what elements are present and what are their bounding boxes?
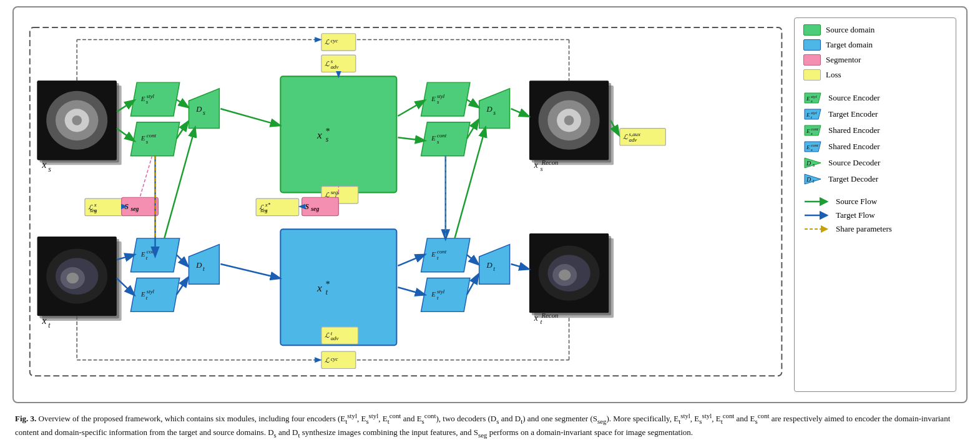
svg-text:D: D bbox=[486, 105, 492, 114]
svg-text:x: x bbox=[316, 129, 322, 141]
svg-text:styl: styl bbox=[437, 288, 445, 295]
legend: Source domain Target domain Segmentor Lo… bbox=[794, 17, 956, 392]
svg-marker-36 bbox=[189, 89, 219, 129]
share-params-arrow bbox=[803, 225, 831, 233]
svg-line-165 bbox=[140, 156, 152, 198]
legend-source-flow: Source Flow bbox=[803, 197, 947, 207]
svg-line-150 bbox=[511, 264, 528, 269]
target-flow-arrow bbox=[803, 211, 831, 220]
svg-text:s: s bbox=[811, 99, 813, 104]
legend-source-domain-label: Source domain bbox=[826, 25, 875, 35]
svg-text:E: E bbox=[806, 95, 810, 102]
source-flow-arrow bbox=[803, 197, 831, 206]
svg-text:Recon: Recon bbox=[541, 311, 559, 319]
svg-marker-59 bbox=[421, 278, 470, 312]
main-container: x s x t E styl s bbox=[12, 6, 968, 440]
svg-text:ℒ: ℒ bbox=[325, 60, 330, 67]
svg-line-136 bbox=[398, 137, 424, 140]
svg-text:S: S bbox=[305, 203, 310, 211]
legend-source-encoder: E styl s Source Encoder bbox=[803, 92, 947, 104]
svg-marker-32 bbox=[130, 278, 179, 312]
svg-text:E: E bbox=[431, 95, 436, 102]
legend-shared-encoder-s-label: Shared Encoder bbox=[828, 125, 880, 135]
legend-target-domain-box bbox=[803, 39, 821, 51]
figure-caption: Fig. 3. Overview of the proposed framewo… bbox=[12, 411, 968, 440]
svg-line-134 bbox=[220, 109, 279, 125]
svg-text:s: s bbox=[437, 99, 439, 105]
svg-marker-20 bbox=[130, 82, 179, 116]
svg-text:t: t bbox=[493, 265, 495, 272]
svg-text:ℒ: ℒ bbox=[623, 133, 628, 140]
legend-target-encoder: E styl t Target Encoder bbox=[803, 108, 947, 120]
svg-text:s: s bbox=[146, 139, 149, 145]
svg-text:s: s bbox=[146, 99, 149, 105]
svg-text:E: E bbox=[806, 144, 810, 150]
svg-text:D: D bbox=[806, 176, 811, 183]
svg-text:E: E bbox=[431, 134, 436, 142]
svg-text:styl: styl bbox=[437, 93, 445, 99]
legend-shared-encoder-t: E cont s Shared Encoder bbox=[803, 140, 947, 153]
svg-point-78 bbox=[564, 115, 574, 125]
legend-target-flow-label: Target Flow bbox=[836, 210, 875, 220]
svg-line-146 bbox=[398, 255, 424, 266]
svg-text:s: s bbox=[493, 109, 496, 116]
svg-line-137 bbox=[467, 100, 478, 107]
diagram-svg: x s x t E styl s bbox=[24, 17, 794, 392]
svg-text:*: * bbox=[326, 127, 330, 136]
svg-marker-66 bbox=[189, 245, 219, 285]
svg-text:styl: styl bbox=[147, 93, 155, 99]
svg-text:seg: seg bbox=[130, 205, 139, 212]
legend-source-decoder-label: Source Decoder bbox=[828, 158, 880, 168]
svg-line-147 bbox=[398, 287, 424, 295]
svg-line-139 bbox=[511, 109, 528, 116]
svg-text:t: t bbox=[203, 265, 205, 272]
svg-text:s: s bbox=[437, 139, 439, 145]
legend-source-encoder-label: Source Encoder bbox=[828, 93, 880, 103]
svg-line-148 bbox=[467, 255, 478, 264]
svg-line-132 bbox=[177, 100, 188, 107]
svg-point-8 bbox=[72, 115, 82, 125]
svg-text:E: E bbox=[431, 250, 436, 258]
svg-text:s: s bbox=[326, 135, 329, 144]
source-decoder-icon: D s bbox=[803, 157, 823, 169]
legend-target-domain-label: Target domain bbox=[826, 40, 873, 50]
shared-encoder-s-icon: E cont s bbox=[803, 124, 823, 137]
shared-encoder-t-icon: E cont s bbox=[803, 140, 823, 153]
legend-loss-box bbox=[803, 69, 821, 81]
svg-text:D: D bbox=[195, 105, 202, 114]
svg-text:D: D bbox=[195, 261, 202, 270]
svg-text:*: * bbox=[326, 280, 330, 289]
target-encoder-icon: E styl t bbox=[803, 108, 823, 120]
svg-text:D: D bbox=[486, 261, 492, 270]
figure-label: Fig. 3. bbox=[15, 414, 36, 423]
svg-text:s: s bbox=[541, 165, 543, 172]
legend-segmentor-label: Segmentor bbox=[826, 55, 861, 65]
svg-text:E: E bbox=[431, 290, 436, 298]
svg-text:t: t bbox=[48, 321, 51, 330]
svg-text:cont: cont bbox=[437, 132, 447, 139]
legend-share-params: Share parameters bbox=[803, 224, 947, 234]
svg-line-143 bbox=[177, 255, 188, 266]
legend-shared-encoder-s: E cont s Shared Encoder bbox=[803, 124, 947, 137]
legend-loss-label: Loss bbox=[826, 70, 841, 80]
svg-text:x: x bbox=[534, 160, 538, 170]
svg-marker-24 bbox=[130, 122, 179, 156]
svg-marker-69 bbox=[479, 245, 510, 285]
svg-text:s: s bbox=[48, 165, 51, 174]
svg-marker-51 bbox=[421, 122, 470, 156]
svg-text:ℒ: ℒ bbox=[325, 356, 330, 364]
svg-text:ℒ: ℒ bbox=[325, 332, 330, 340]
source-encoder-icon: E styl s bbox=[803, 92, 823, 104]
svg-text:E: E bbox=[140, 134, 145, 142]
legend-target-domain: Target domain bbox=[803, 39, 947, 51]
legend-target-decoder-label: Target Decoder bbox=[828, 174, 878, 184]
svg-text:s: s bbox=[813, 162, 815, 168]
svg-rect-39 bbox=[280, 76, 396, 192]
svg-text:E: E bbox=[140, 250, 145, 258]
svg-text:Recon: Recon bbox=[541, 159, 559, 166]
legend-source-flow-label: Source Flow bbox=[836, 197, 877, 207]
svg-text:x: x bbox=[41, 159, 46, 170]
svg-point-17 bbox=[67, 273, 79, 284]
svg-text:x: x bbox=[316, 281, 322, 294]
legend-source-domain: Source domain bbox=[803, 24, 947, 36]
